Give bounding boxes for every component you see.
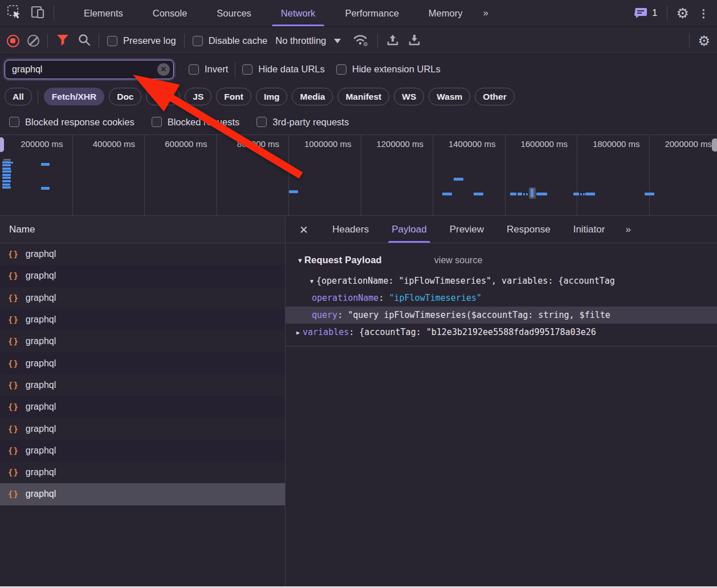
table-row[interactable]: {}graphql xyxy=(0,265,285,287)
expand-triangle-icon[interactable]: ▶ xyxy=(294,329,303,336)
filter-chip-img[interactable]: Img xyxy=(256,88,288,105)
invert-checkbox[interactable] xyxy=(189,64,199,75)
3rd-party-requests-toggle[interactable]: 3rd-party requests xyxy=(256,117,349,128)
filter-chip-fetch-xhr[interactable]: Fetch/XHR xyxy=(44,88,104,105)
waterfall-bar xyxy=(454,178,463,181)
waterfall-bar xyxy=(583,193,585,195)
hide-data-urls-checkbox[interactable] xyxy=(242,64,252,75)
table-row[interactable]: {}graphql xyxy=(0,352,285,374)
tab-network[interactable]: Network xyxy=(266,0,331,26)
import-har-icon[interactable] xyxy=(386,33,400,49)
detail-tab-initiator[interactable]: Initiator xyxy=(562,217,617,243)
filter-chip-doc[interactable]: Doc xyxy=(109,88,141,105)
waterfall-bar xyxy=(289,190,298,193)
overview-scrollbar-thumb[interactable] xyxy=(712,138,717,152)
invert-toggle[interactable]: Invert xyxy=(189,64,228,75)
json-key: variables xyxy=(303,327,349,337)
timeline-tick-label: 1400000 ms xyxy=(433,139,496,149)
filter-chip-css[interactable]: CSS xyxy=(146,88,180,105)
search-icon[interactable] xyxy=(78,33,91,48)
throttling-select[interactable]: No throttling xyxy=(275,35,341,46)
device-toolbar-icon[interactable] xyxy=(30,5,46,22)
payload-tree-row[interactable]: query: "query ipFlowTimeseries($accountT… xyxy=(286,307,717,324)
json-braces-icon: {} xyxy=(8,359,19,368)
tab-performance[interactable]: Performance xyxy=(330,0,413,26)
preserve-log-checkbox[interactable] xyxy=(107,36,117,46)
tab-elements[interactable]: Elements xyxy=(69,0,138,26)
table-row[interactable]: {}graphql xyxy=(0,462,285,483)
settings-gear-icon[interactable]: ⚙ xyxy=(677,5,689,22)
kebab-menu-icon[interactable]: ⋮ xyxy=(698,7,709,20)
blocked-response-cookies-toggle[interactable]: Blocked response cookies xyxy=(9,117,135,128)
blocked-requests-toggle[interactable]: Blocked requests xyxy=(152,117,240,128)
invert-label: Invert xyxy=(205,64,228,75)
filter-chip-js[interactable]: JS xyxy=(185,88,211,105)
filter-chip-manifest[interactable]: Manifest xyxy=(337,88,389,105)
issues-button[interactable]: 1 xyxy=(634,7,657,19)
table-row[interactable]: {}graphql xyxy=(0,374,285,396)
filter-chip-ws[interactable]: WS xyxy=(394,88,424,105)
detail-tabbar: ✕ HeadersPayloadPreviewResponseInitiator… xyxy=(286,217,717,243)
filter-row: graphql ✕ Invert Hide data URLs Hide ext… xyxy=(0,55,717,84)
table-row[interactable]: {}graphql xyxy=(0,287,285,309)
export-har-icon[interactable] xyxy=(408,33,421,49)
tab-sources[interactable]: Sources xyxy=(202,0,266,26)
request-name: graphql xyxy=(26,467,56,477)
detail-tab-response[interactable]: Response xyxy=(495,217,562,243)
checkbox[interactable] xyxy=(152,117,162,127)
table-row[interactable]: {}graphql xyxy=(0,483,285,505)
close-detail-icon[interactable]: ✕ xyxy=(286,223,321,236)
disable-cache-toggle[interactable]: Disable cache xyxy=(193,35,268,46)
inspect-element-icon[interactable] xyxy=(7,5,22,22)
payload-tree-row[interactable]: ▶variables: {accountTag: "b12e3b2192ee55… xyxy=(286,324,717,341)
filter-input[interactable]: graphql ✕ xyxy=(5,60,174,79)
tab-console[interactable]: Console xyxy=(138,0,202,26)
json-braces-icon: {} xyxy=(8,489,19,499)
table-row[interactable]: {}graphql xyxy=(0,396,285,418)
waterfall-bar xyxy=(645,193,654,195)
checkbox[interactable] xyxy=(256,117,267,127)
expand-triangle-icon[interactable]: ▼ xyxy=(307,278,316,284)
name-column-header[interactable]: Name xyxy=(0,217,285,243)
disable-cache-checkbox[interactable] xyxy=(193,36,203,46)
filter-chip-media[interactable]: Media xyxy=(292,88,333,105)
checkbox[interactable] xyxy=(9,117,19,127)
preserve-log-toggle[interactable]: Preserve log xyxy=(107,35,176,46)
hide-data-urls-toggle[interactable]: Hide data URLs xyxy=(242,64,324,75)
detail-tab-headers[interactable]: Headers xyxy=(321,217,380,243)
clear-filter-icon[interactable]: ✕ xyxy=(157,63,170,76)
json-braces-icon: {} xyxy=(8,337,19,346)
json-value: : xyxy=(337,310,348,320)
tab-memory[interactable]: Memory xyxy=(414,0,478,26)
more-tabs-icon[interactable]: » xyxy=(477,7,492,19)
hide-extension-urls-toggle[interactable]: Hide extension URLs xyxy=(336,64,441,75)
message-icon xyxy=(634,7,648,19)
table-row[interactable]: {}graphql xyxy=(0,309,285,330)
table-row[interactable]: {}graphql xyxy=(0,243,285,265)
network-settings-gear-icon[interactable]: ⚙ xyxy=(698,33,710,49)
filter-chip-font[interactable]: Font xyxy=(216,88,251,105)
waterfall-bar xyxy=(2,183,10,186)
throttling-value: No throttling xyxy=(275,35,326,46)
collapse-triangle-icon[interactable]: ▼ xyxy=(297,257,303,264)
more-detail-tabs-icon[interactable]: » xyxy=(620,224,635,235)
table-row[interactable]: {}graphql xyxy=(0,330,285,352)
issues-count: 1 xyxy=(652,7,657,19)
payload-summary-row[interactable]: ▼ {operationName: "ipFlowTimeseries", va… xyxy=(286,272,717,289)
request-name: graphql xyxy=(26,293,56,303)
payload-tree-row[interactable]: operationName: "ipFlowTimeseries" xyxy=(286,289,717,307)
network-conditions-icon[interactable]: ⚙ xyxy=(352,33,369,49)
view-source-link[interactable]: view source xyxy=(434,255,482,266)
table-row[interactable]: {}graphql xyxy=(0,440,285,462)
network-overview-timeline[interactable]: 200000 ms400000 ms600000 ms800000 ms1000… xyxy=(0,135,717,216)
clear-network-log-icon[interactable] xyxy=(27,35,39,47)
detail-tab-payload[interactable]: Payload xyxy=(380,217,438,243)
hide-extension-urls-checkbox[interactable] xyxy=(336,64,347,75)
filter-chip-other[interactable]: Other xyxy=(475,88,514,105)
record-network-log-button[interactable] xyxy=(7,35,19,47)
filter-chip-wasm[interactable]: Wasm xyxy=(429,88,470,105)
filter-funnel-icon[interactable] xyxy=(56,34,70,48)
filter-chip-all[interactable]: All xyxy=(5,88,32,105)
table-row[interactable]: {}graphql xyxy=(0,418,285,439)
detail-tab-preview[interactable]: Preview xyxy=(438,217,495,243)
